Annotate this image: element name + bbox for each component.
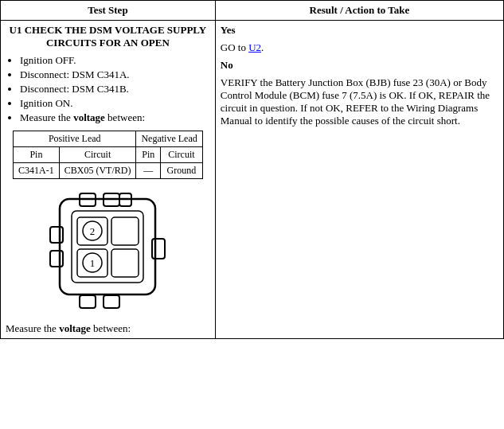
measure-again: Measure the voltage between: [6,322,210,335]
u2-link[interactable]: U2 [248,41,261,53]
test-step-header: Test Step [1,1,216,21]
row-pos-pin: C341A-1 [14,163,60,179]
connector-diagram: 2 1 [6,187,210,314]
row-neg-pin: — [136,163,161,179]
result-header: Result / Action to Take [215,1,503,21]
no-label: No [221,59,233,71]
no-action: VERIFY the Battery Junction Box (BJB) fu… [221,76,498,127]
step-instructions: Ignition OFF. Disconnect: DSM C341A. Dis… [6,54,210,124]
subheader-neg-pin: Pin [136,147,161,163]
instruction-1: Ignition OFF. [20,54,210,67]
measurement-table: Positive Lead Negative Lead Pin Circuit … [13,131,203,179]
step-column: U1 CHECK THE DSM VOLTAGE SUPPLY CIRCUITS… [1,21,216,339]
instruction-3: Disconnect: DSM C341B. [20,83,210,96]
svg-text:1: 1 [90,257,96,269]
instruction-2: Disconnect: DSM C341A. [20,68,210,81]
svg-rect-4 [80,295,96,308]
yes-label: Yes [221,24,236,36]
svg-rect-7 [50,251,63,267]
svg-text:2: 2 [90,225,96,237]
subheader-pos-pin: Pin [14,147,60,163]
svg-rect-13 [111,217,139,245]
row-neg-circuit: Ground [161,163,203,179]
svg-rect-6 [50,227,63,243]
instruction-4: Ignition ON. [20,97,210,110]
result-column: Yes GO to U2. No VERIFY the Battery Junc… [215,21,503,339]
svg-rect-8 [152,239,165,259]
measure-again-item: Measure the voltage between: [6,322,210,335]
negative-lead-header: Negative Lead [136,131,202,147]
subheader-neg-circuit: Circuit [161,147,203,163]
yes-action: GO to U2. [221,41,498,54]
row-pos-circuit: CBX05 (VT/RD) [59,163,136,179]
instruction-5: Measure the voltage between: [20,111,210,124]
subheader-pos-circuit: Circuit [59,147,136,163]
svg-rect-5 [104,295,119,308]
svg-rect-17 [111,249,139,277]
svg-rect-0 [60,199,155,294]
connector-svg: 2 1 [44,187,171,314]
positive-lead-header: Positive Lead [14,131,136,147]
step-title: U1 CHECK THE DSM VOLTAGE SUPPLY CIRCUITS… [6,24,210,49]
